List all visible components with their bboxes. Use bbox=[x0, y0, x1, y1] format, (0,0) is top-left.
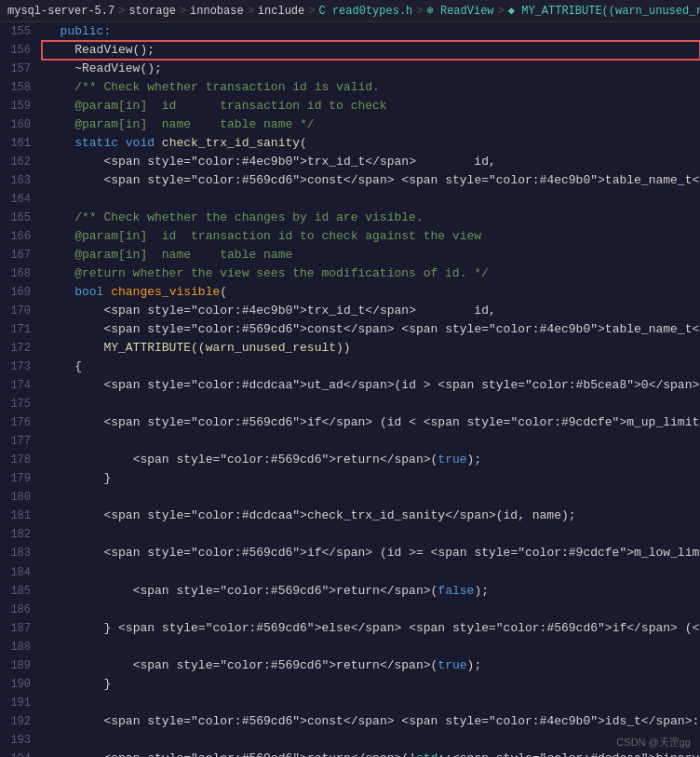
line-number: 188 bbox=[0, 638, 42, 656]
line-number: 178 bbox=[0, 451, 42, 469]
bc-file: C read0types.h bbox=[318, 5, 412, 18]
code-line: 187 } <span style="color:#569cd6">else</… bbox=[0, 619, 700, 638]
line-number: 186 bbox=[0, 601, 42, 619]
code-line: 175 bbox=[0, 395, 700, 413]
line-content: <span style="color:#4ec9b0">trx_id_t</sp… bbox=[42, 153, 700, 171]
line-number: 156 bbox=[0, 41, 42, 60]
bc-method: ◆ MY_ATTRIBUTE((warn_unused_result)) bbox=[508, 4, 700, 18]
line-number: 192 bbox=[0, 712, 42, 731]
line-number: 169 bbox=[0, 283, 42, 302]
bc-sep-6: > bbox=[498, 5, 505, 18]
line-number: 185 bbox=[0, 582, 42, 601]
line-number: 159 bbox=[0, 97, 42, 115]
line-number: 166 bbox=[0, 227, 42, 246]
code-line: 173 { bbox=[0, 358, 700, 376]
code-line: 191 bbox=[0, 694, 700, 712]
line-number: 194 bbox=[0, 750, 42, 757]
line-content: <span style="color:#569cd6">if</span> (i… bbox=[42, 413, 700, 432]
bc-storage: storage bbox=[128, 5, 175, 18]
line-content: <span style="color:#569cd6">const</span>… bbox=[42, 171, 700, 190]
code-line: 163 <span style="color:#569cd6">const</s… bbox=[0, 171, 700, 190]
line-content: bool changes_visible( bbox=[42, 283, 700, 302]
code-line: 168 @return whether the view sees the mo… bbox=[0, 264, 700, 283]
line-content: MY_ATTRIBUTE((warn_unused_result)) bbox=[42, 339, 700, 358]
line-number: 157 bbox=[0, 60, 42, 78]
code-line: 194 <span style="color:#569cd6">return</… bbox=[0, 750, 700, 757]
line-content: <span style="color:#4ec9b0">trx_id_t</sp… bbox=[42, 302, 700, 320]
breadcrumb: mysql-server-5.7 > storage > innobase > … bbox=[0, 0, 700, 22]
line-number: 177 bbox=[0, 432, 42, 451]
line-content: @param[in] id transaction id to check ag… bbox=[42, 227, 700, 246]
line-content: } <span style="color:#569cd6">else</span… bbox=[42, 619, 700, 638]
watermark: CSDN @天罡gg bbox=[616, 736, 691, 750]
code-line: 186 bbox=[0, 601, 700, 619]
line-content: } bbox=[42, 675, 700, 694]
code-line: 157 ~ReadView(); bbox=[0, 60, 700, 78]
line-number: 174 bbox=[0, 376, 42, 395]
line-number: 175 bbox=[0, 395, 42, 413]
line-content: <span style="color:#569cd6">return</span… bbox=[42, 750, 700, 757]
line-content: <span style="color:#569cd6">if</span> (i… bbox=[42, 544, 700, 562]
line-content: @param[in] id transaction id to check bbox=[42, 97, 700, 115]
line-number: 179 bbox=[0, 469, 42, 488]
line-number: 180 bbox=[0, 488, 42, 507]
line-number: 170 bbox=[0, 302, 42, 320]
line-number: 155 bbox=[0, 22, 42, 41]
line-number: 171 bbox=[0, 320, 42, 339]
code-line: 180 bbox=[0, 488, 700, 507]
line-number: 160 bbox=[0, 115, 42, 134]
bc-sep-3: > bbox=[248, 5, 254, 18]
line-number: 164 bbox=[0, 190, 42, 209]
code-line: 185 <span style="color:#569cd6">return</… bbox=[0, 582, 700, 601]
line-number: 184 bbox=[0, 563, 42, 582]
line-number: 189 bbox=[0, 656, 42, 675]
line-number: 181 bbox=[0, 507, 42, 525]
line-content: <span style="color:#569cd6">const</span>… bbox=[42, 712, 700, 731]
bc-sep-5: > bbox=[416, 5, 423, 18]
line-number: 193 bbox=[0, 731, 42, 750]
line-content: ReadView(); bbox=[42, 41, 700, 60]
code-line: 155 public: bbox=[0, 22, 700, 41]
code-line: 156 ReadView(); bbox=[0, 41, 700, 60]
line-number: 165 bbox=[0, 209, 42, 227]
bc-readview: ❄ ReadView bbox=[427, 4, 494, 18]
code-line: 182 bbox=[0, 525, 700, 544]
line-number: 168 bbox=[0, 264, 42, 283]
line-number: 162 bbox=[0, 153, 42, 171]
code-line: 169 bool changes_visible( bbox=[0, 283, 700, 302]
line-content: public: bbox=[42, 22, 700, 41]
code-line: 164 bbox=[0, 190, 700, 209]
code-line: 181 <span style="color:#dcdcaa">check_tr… bbox=[0, 507, 700, 525]
line-number: 167 bbox=[0, 246, 42, 264]
line-number: 163 bbox=[0, 171, 42, 190]
code-line: 171 <span style="color:#569cd6">const</s… bbox=[0, 320, 700, 339]
bc-sep-1: > bbox=[118, 5, 125, 18]
line-content: <span style="color:#569cd6">return</span… bbox=[42, 451, 700, 469]
line-content: @param[in] name table name */ bbox=[42, 115, 700, 134]
code-line: 190 } bbox=[0, 675, 700, 694]
code-line: 160 @param[in] name table name */ bbox=[0, 115, 700, 134]
line-number: 187 bbox=[0, 619, 42, 638]
line-number: 158 bbox=[0, 78, 42, 97]
line-number: 191 bbox=[0, 694, 42, 712]
bc-include: include bbox=[258, 5, 304, 18]
code-line: 183 <span style="color:#569cd6">if</span… bbox=[0, 544, 700, 562]
code-line: 158 /** Check whether transaction id is … bbox=[0, 78, 700, 97]
code-line: 184 bbox=[0, 563, 700, 582]
line-number: 173 bbox=[0, 358, 42, 376]
code-line: 189 <span style="color:#569cd6">return</… bbox=[0, 656, 700, 675]
bc-repo: mysql-server-5.7 bbox=[7, 5, 114, 18]
bc-sep-2: > bbox=[180, 5, 186, 18]
line-content: /** Check whether the changes by id are … bbox=[42, 209, 700, 227]
code-line: 162 <span style="color:#4ec9b0">trx_id_t… bbox=[0, 153, 700, 171]
code-line: 166 @param[in] id transaction id to chec… bbox=[0, 227, 700, 246]
code-line: 193 bbox=[0, 731, 700, 750]
line-number: 176 bbox=[0, 413, 42, 432]
code-line: 188 bbox=[0, 638, 700, 656]
line-content: <span style="color:#dcdcaa">ut_ad</span>… bbox=[42, 376, 700, 395]
line-content: } bbox=[42, 469, 700, 488]
line-content: <span style="color:#569cd6">return</span… bbox=[42, 656, 700, 675]
code-line: 161 static void check_trx_id_sanity( bbox=[0, 134, 700, 153]
line-content: /** Check whether transaction id is vali… bbox=[42, 78, 700, 97]
bc-innobase: innobase bbox=[190, 5, 244, 18]
